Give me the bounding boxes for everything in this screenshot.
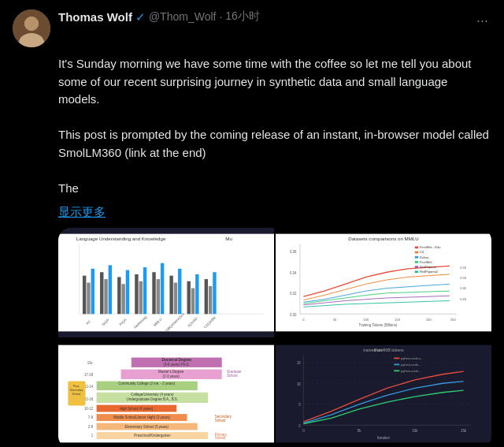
svg-text:5k: 5k (358, 429, 361, 433)
svg-text:7-9: 7-9 (88, 415, 94, 419)
user-name[interactable]: Thomas Wolf (58, 10, 132, 24)
svg-rect-129 (394, 358, 399, 359)
svg-text:10k: 10k (412, 429, 418, 433)
svg-text:150: 150 (395, 318, 400, 322)
svg-rect-9 (83, 276, 86, 315)
svg-text:10: 10 (297, 382, 301, 386)
svg-text:Secondary: Secondary (70, 389, 83, 392)
svg-rect-12 (100, 272, 103, 314)
svg-text:Doctoral Degree: Doctoral Degree (161, 358, 191, 362)
svg-rect-15 (117, 277, 120, 314)
svg-text:0.30: 0.30 (290, 313, 297, 317)
svg-text:RedPajama: RedPajama (420, 265, 437, 269)
tweet-time: 16小时 (225, 9, 260, 24)
svg-text:(3-6 years) Ph.D.: (3-6 years) Ph.D. (163, 363, 190, 367)
svg-text:0.46: 0.46 (460, 286, 467, 290)
svg-rect-113 (276, 345, 491, 443)
svg-text:School: School (72, 393, 81, 396)
svg-text:0.36: 0.36 (290, 250, 297, 254)
svg-rect-56 (415, 256, 418, 259)
tweet-card: Thomas Wolf ✓ @Thom_Wolf · 16小时 ··· It's… (0, 0, 504, 447)
svg-rect-29 (195, 274, 198, 314)
svg-rect-54 (415, 251, 418, 254)
tweet-images-grid[interactable]: Language Understanding and Knowledge Mu (58, 228, 491, 447)
svg-text:250: 250 (450, 318, 456, 322)
svg-rect-21 (152, 272, 155, 314)
image-mmlu-chart[interactable]: Datasets comparisons on MMLU 0.30 0.32 0… (276, 228, 491, 337)
svg-text:0.43: 0.43 (460, 297, 467, 301)
svg-rect-18 (135, 274, 138, 314)
svg-rect-13 (104, 279, 107, 314)
svg-rect-31 (209, 286, 212, 314)
svg-text:50: 50 (333, 318, 337, 322)
svg-text:trained on 40B tokens: trained on 40B tokens (363, 348, 404, 352)
svg-text:0.34: 0.34 (290, 271, 297, 275)
svg-text:Post-: Post- (73, 385, 80, 388)
avatar[interactable] (13, 9, 50, 47)
svg-text:Community College (2 me. - 2 y: Community College (2 me. - 2 years) (118, 382, 176, 386)
image-training-chart[interactable]: trained on 40B tokens 0 5 10 15 0 5k (276, 339, 491, 447)
tweet-header: Thomas Wolf ✓ @Thom_Wolf · 16小时 ··· (13, 9, 491, 47)
svg-rect-58 (415, 261, 418, 263)
svg-text:0.56: 0.56 (460, 266, 467, 270)
svg-text:FineWeb - Edu: FineWeb - Edu (420, 245, 440, 249)
svg-text:College/University (4 years): College/University (4 years) (131, 393, 174, 397)
svg-rect-25 (174, 283, 177, 315)
svg-rect-22 (157, 279, 160, 314)
svg-rect-17 (126, 270, 129, 315)
svg-text:Master's Degree: Master's Degree (158, 370, 184, 374)
svg-rect-41 (276, 234, 491, 332)
svg-text:2-6: 2-6 (88, 425, 94, 429)
svg-rect-60 (415, 266, 418, 268)
svg-rect-131 (394, 363, 399, 365)
svg-rect-28 (191, 289, 195, 315)
svg-text:School: School (215, 436, 225, 440)
image-education-diagram[interactable]: Preschool/Kindergarten Elementary School… (58, 339, 274, 447)
tweet-body: It's Sunday morning we have some time wi… (58, 55, 491, 447)
svg-text:Mu: Mu (225, 236, 232, 241)
svg-rect-62 (415, 270, 418, 273)
avatar-image (13, 9, 50, 47)
svg-text:100: 100 (364, 318, 369, 322)
svg-rect-133 (394, 370, 399, 371)
svg-text:200: 200 (426, 318, 432, 322)
svg-text:Preschool/Kindergarten: Preschool/Kindergarten (134, 434, 171, 438)
svg-text:python-code-...: python-code-... (401, 363, 421, 367)
svg-text:13-14: 13-14 (84, 385, 94, 389)
svg-text:17-18: 17-18 (84, 373, 94, 377)
dot-separator: · (219, 10, 222, 23)
svg-text:Datasets comparisons on MMLU: Datasets comparisons on MMLU (348, 236, 419, 241)
svg-text:Training Tokens (Billions): Training Tokens (Billions) (358, 323, 398, 327)
svg-text:High School (4 years): High School (4 years) (120, 407, 154, 411)
svg-text:Iteration: Iteration (377, 436, 390, 440)
svg-text:Graduate: Graduate (227, 370, 242, 374)
svg-text:15: 15 (297, 361, 301, 365)
svg-rect-19 (139, 281, 143, 315)
user-handle[interactable]: @Thom_Wolf (149, 10, 217, 23)
user-name-row: Thomas Wolf ✓ @Thom_Wolf · 16小时 (58, 9, 465, 24)
svg-text:13-16: 13-16 (84, 397, 94, 401)
svg-text:Model: Model (374, 348, 384, 352)
svg-rect-4 (58, 234, 274, 332)
svg-text:python-code-...: python-code-... (401, 369, 421, 373)
svg-text:0.32: 0.32 (290, 292, 297, 296)
svg-text:Middle School(Junior High) (3 : Middle School(Junior High) (3 years) (113, 415, 170, 419)
svg-rect-32 (213, 272, 216, 314)
svg-text:python-code-s...: python-code-s... (401, 356, 423, 360)
svg-rect-24 (169, 276, 172, 315)
svg-rect-27 (187, 281, 191, 315)
svg-text:C4: C4 (420, 250, 424, 254)
svg-rect-26 (178, 269, 181, 314)
svg-point-3 (24, 17, 39, 31)
image-bar-chart[interactable]: Language Understanding and Knowledge Mu (58, 228, 274, 337)
svg-rect-10 (87, 283, 90, 315)
show-more-link[interactable]: 显示更多 (58, 205, 491, 220)
svg-text:Elementary School (5 years): Elementary School (5 years) (124, 425, 169, 429)
svg-text:Language Understanding and Kno: Language Understanding and Knowledge (76, 236, 166, 241)
svg-rect-20 (143, 267, 146, 314)
tweet-text: It's Sunday morning we have some time wi… (58, 55, 491, 197)
svg-text:(2-3 years): (2-3 years) (163, 374, 180, 378)
svg-text:RedPajama2: RedPajama2 (420, 270, 438, 274)
more-options-icon[interactable]: ··· (473, 9, 491, 32)
svg-rect-11 (91, 269, 94, 314)
